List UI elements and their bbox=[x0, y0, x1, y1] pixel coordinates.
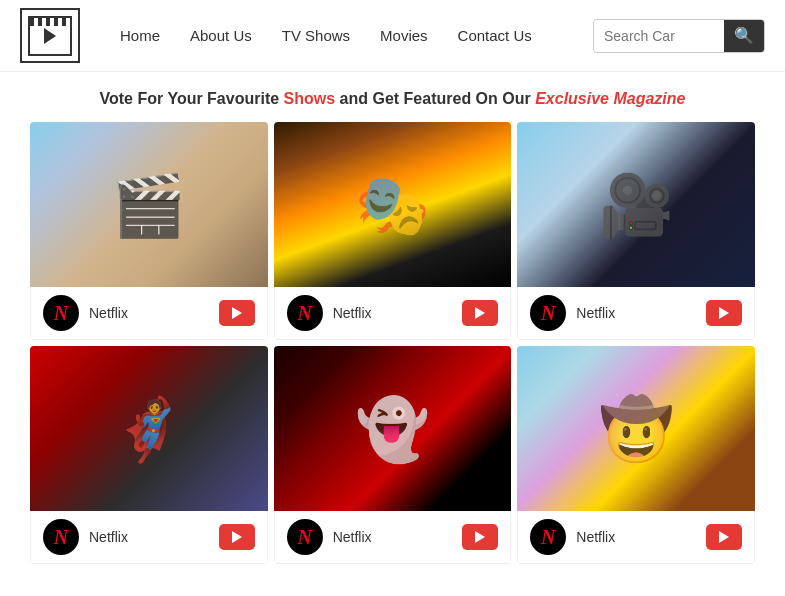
netflix-logo-3: N bbox=[530, 295, 566, 331]
nav-item-home[interactable]: Home bbox=[120, 27, 160, 44]
card-1-image bbox=[30, 122, 268, 287]
card-5-image bbox=[274, 346, 512, 511]
cards-grid: N Netflix N Netflix N Netflix bbox=[0, 122, 785, 584]
card-4-footer-left: N Netflix bbox=[43, 519, 128, 555]
card-2-yt-button[interactable] bbox=[462, 300, 498, 326]
nav-item-contact[interactable]: Contact Us bbox=[458, 27, 532, 44]
card-5: N Netflix bbox=[274, 346, 512, 564]
nav-item-about[interactable]: About Us bbox=[190, 27, 252, 44]
card-4-yt-button[interactable] bbox=[219, 524, 255, 550]
logo[interactable] bbox=[20, 8, 80, 63]
card-4: N Netflix bbox=[30, 346, 268, 564]
search-button[interactable]: 🔍 bbox=[724, 19, 764, 53]
card-5-footer: N Netflix bbox=[274, 511, 512, 564]
card-3-footer: N Netflix bbox=[517, 287, 755, 340]
nav-item-tvshows[interactable]: TV Shows bbox=[282, 27, 350, 44]
banner-magazine: Exclusive Magazine bbox=[535, 90, 685, 107]
nav-item-movies[interactable]: Movies bbox=[380, 27, 428, 44]
card-1-channel: Netflix bbox=[89, 305, 128, 321]
card-4-play-icon bbox=[232, 531, 242, 543]
netflix-logo-4: N bbox=[43, 519, 79, 555]
card-5-yt-button[interactable] bbox=[462, 524, 498, 550]
card-3: N Netflix bbox=[517, 122, 755, 340]
card-5-channel: Netflix bbox=[333, 529, 372, 545]
banner-middle: and Get Featured On Our bbox=[335, 90, 535, 107]
card-3-yt-button[interactable] bbox=[706, 300, 742, 326]
banner-prefix: Vote For Your Favourite bbox=[100, 90, 284, 107]
card-2-footer: N Netflix bbox=[274, 287, 512, 340]
search-icon: 🔍 bbox=[734, 26, 754, 45]
card-5-footer-left: N Netflix bbox=[287, 519, 372, 555]
card-6-footer: N Netflix bbox=[517, 511, 755, 564]
card-4-channel: Netflix bbox=[89, 529, 128, 545]
search-box: 🔍 bbox=[593, 19, 765, 53]
card-1-footer-left: N Netflix bbox=[43, 295, 128, 331]
card-2-play-icon bbox=[475, 307, 485, 319]
card-6-footer-left: N Netflix bbox=[530, 519, 615, 555]
card-1: N Netflix bbox=[30, 122, 268, 340]
card-2-image bbox=[274, 122, 512, 287]
card-3-channel: Netflix bbox=[576, 305, 615, 321]
card-4-image bbox=[30, 346, 268, 511]
card-6-play-icon bbox=[719, 531, 729, 543]
netflix-logo-2: N bbox=[287, 295, 323, 331]
main-nav: Home About Us TV Shows Movies Contact Us bbox=[120, 27, 593, 44]
card-6-image bbox=[517, 346, 755, 511]
card-4-footer: N Netflix bbox=[30, 511, 268, 564]
card-1-footer: N Netflix bbox=[30, 287, 268, 340]
card-1-yt-button[interactable] bbox=[219, 300, 255, 326]
banner-text: Vote For Your Favourite Shows and Get Fe… bbox=[0, 72, 785, 122]
card-2-channel: Netflix bbox=[333, 305, 372, 321]
card-3-play-icon bbox=[719, 307, 729, 319]
card-2: N Netflix bbox=[274, 122, 512, 340]
netflix-logo-6: N bbox=[530, 519, 566, 555]
card-1-play-icon bbox=[232, 307, 242, 319]
card-3-image bbox=[517, 122, 755, 287]
card-6: N Netflix bbox=[517, 346, 755, 564]
card-6-yt-button[interactable] bbox=[706, 524, 742, 550]
header: Home About Us TV Shows Movies Contact Us… bbox=[0, 0, 785, 72]
card-6-channel: Netflix bbox=[576, 529, 615, 545]
netflix-logo-5: N bbox=[287, 519, 323, 555]
card-3-footer-left: N Netflix bbox=[530, 295, 615, 331]
banner-shows: Shows bbox=[284, 90, 336, 107]
card-5-play-icon bbox=[475, 531, 485, 543]
netflix-logo-1: N bbox=[43, 295, 79, 331]
card-2-footer-left: N Netflix bbox=[287, 295, 372, 331]
search-input[interactable] bbox=[594, 28, 724, 44]
